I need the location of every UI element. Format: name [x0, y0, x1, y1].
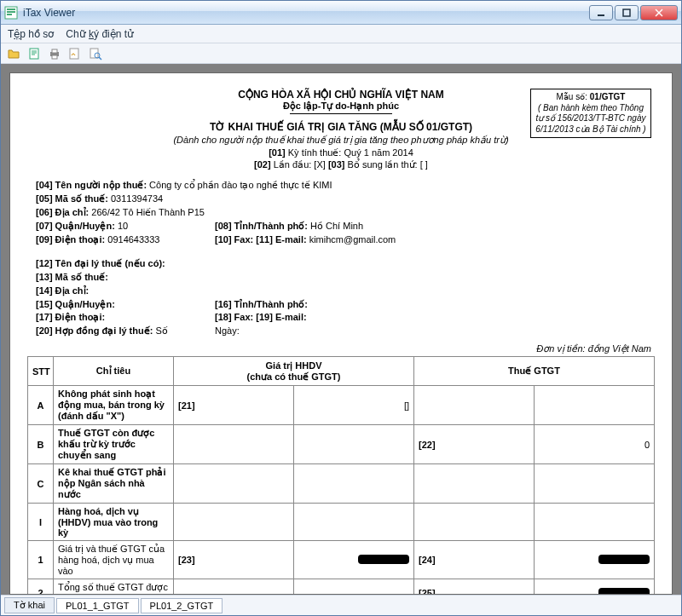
export-icon[interactable]: [26, 46, 42, 61]
agent-info: [12] Tên đại lý thuế (nếu có): [13] Mã s…: [36, 257, 655, 339]
menu-signature[interactable]: Chữ ký điện tử: [66, 28, 134, 40]
close-button[interactable]: [640, 5, 678, 20]
col-thue-gtgt: Thuế GTGT: [414, 357, 655, 386]
sign-icon[interactable]: [67, 46, 83, 61]
tab-tokhai[interactable]: Tờ khai: [4, 597, 55, 613]
svg-line-15: [99, 57, 101, 60]
menubar: Tệp hồ sơ Chữ ký điện tử: [1, 25, 681, 43]
table-row: 2Tổng số thuế GTGT được khấu trừ kỳ này[…: [28, 579, 655, 595]
svg-rect-4: [598, 14, 604, 16]
redacted-value: [598, 555, 650, 564]
col-value-hhdv: Giá trị HHDV(chưa có thuế GTGT): [174, 357, 414, 386]
app-window: iTax Viewer Tệp hồ sơ Chữ ký điện tử Mẫu…: [0, 0, 682, 616]
search-icon[interactable]: [88, 46, 103, 61]
svg-rect-1: [7, 9, 15, 10]
redacted-value: [598, 588, 650, 595]
tab-pl01-1[interactable]: PL01_1_GTGT: [56, 598, 139, 613]
taxpayer-info: [04] Tên người nộp thuế: Công ty cổ phần…: [36, 179, 655, 247]
svg-rect-3: [7, 14, 12, 15]
print-icon[interactable]: [47, 46, 62, 61]
tax-table: STT Chỉ tiêu Giá trị HHDV(chưa có thuế G…: [27, 356, 655, 595]
tab-pl01-2[interactable]: PL01_2_GTGT: [141, 598, 223, 613]
col-stt: STT: [28, 357, 54, 386]
table-row: IHàng hoá, dịch vụ (HHDV) mua vào trong …: [28, 504, 655, 541]
sheet-tabs: Tờ khai PL01_1_GTGT PL01_2_GTGT: [1, 595, 681, 615]
redacted-value: [358, 555, 409, 564]
app-icon: [4, 6, 18, 20]
submission-type: [02] Lần đầu: [X] [03] Bổ sung lần thứ: …: [27, 159, 655, 170]
table-row: BThuế GTGT còn được khấu trừ kỳ trước ch…: [28, 425, 655, 464]
svg-rect-5: [623, 9, 630, 16]
tax-period: [01] Kỳ tính thuế: Quý 1 năm 2014: [27, 147, 655, 158]
table-row: AKhông phát sinh hoạt động mua, bán tron…: [28, 386, 655, 425]
table-row: 1Giá trị và thuế GTGT của hàng hoá, dịch…: [28, 541, 655, 579]
form-stamp: Mẫu số: 01/GTGT ( Ban hành kèm theo Thôn…: [530, 89, 651, 138]
svg-rect-10: [52, 49, 57, 53]
svg-rect-8: [30, 49, 38, 59]
menu-file[interactable]: Tệp hồ sơ: [8, 28, 54, 40]
open-icon[interactable]: [6, 46, 21, 61]
maximize-button[interactable]: [615, 5, 639, 20]
document-viewport: Mẫu số: 01/GTGT ( Ban hành kèm theo Thôn…: [1, 64, 681, 595]
document-page: Mẫu số: 01/GTGT ( Ban hành kèm theo Thôn…: [9, 72, 673, 595]
svg-rect-2: [7, 11, 15, 13]
toolbar: [1, 43, 681, 64]
svg-rect-11: [52, 55, 57, 59]
minimize-button[interactable]: [589, 5, 613, 20]
currency-unit: Đơn vị tiền: đồng Việt Nam: [27, 343, 651, 354]
window-title: iTax Viewer: [23, 7, 587, 19]
titlebar: iTax Viewer: [1, 1, 681, 25]
table-row: CKê khai thuế GTGT phải nộp Ngân sách nh…: [28, 464, 655, 504]
col-chitieu: Chỉ tiêu: [54, 357, 174, 386]
